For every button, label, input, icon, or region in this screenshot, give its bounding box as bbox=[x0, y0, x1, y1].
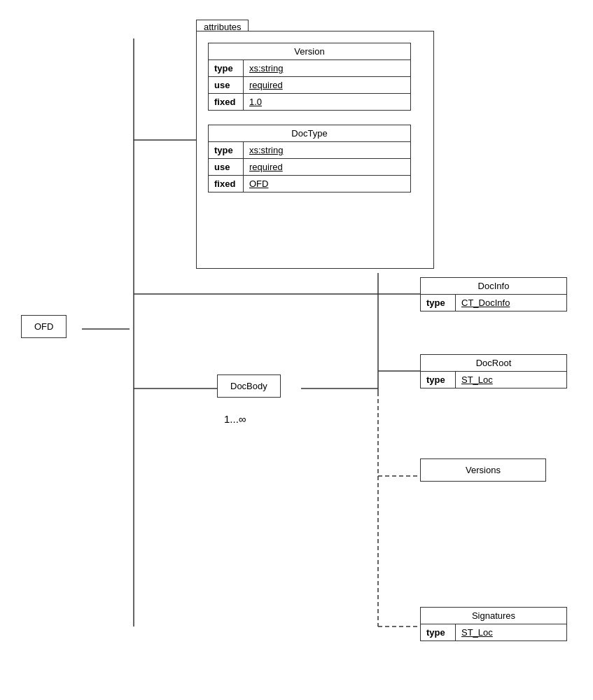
doctype-row-use: use required bbox=[209, 159, 410, 176]
doctype-fixed-value: OFD bbox=[244, 176, 300, 192]
version-row-use: use required bbox=[209, 77, 410, 94]
docroot-type-value: ST_Loc bbox=[456, 372, 512, 388]
signatures-type-label: type bbox=[421, 624, 456, 640]
version-box: Version type xs:string use required fixe… bbox=[208, 43, 411, 111]
docinfo-type-label: type bbox=[421, 295, 456, 311]
doctype-box: DocType type xs:string use required fixe… bbox=[208, 125, 411, 192]
version-use-value: required bbox=[244, 77, 300, 93]
docroot-box: DocRoot type ST_Loc bbox=[420, 354, 567, 388]
signatures-title: Signatures bbox=[421, 608, 566, 624]
version-type-value: xs:string bbox=[244, 60, 300, 76]
ofd-label: OFD bbox=[34, 321, 53, 332]
ofd-box: OFD bbox=[21, 315, 67, 338]
doctype-row-fixed: fixed OFD bbox=[209, 176, 410, 192]
doctype-type-label: type bbox=[209, 142, 244, 158]
version-type-label: type bbox=[209, 60, 244, 76]
docinfo-title: DocInfo bbox=[421, 278, 566, 295]
version-fixed-value: 1.0 bbox=[244, 94, 300, 110]
signatures-row-type: type ST_Loc bbox=[421, 624, 566, 640]
doctype-title: DocType bbox=[209, 125, 410, 142]
version-use-label: use bbox=[209, 77, 244, 93]
version-fixed-label: fixed bbox=[209, 94, 244, 110]
docinfo-box: DocInfo type CT_DocInfo bbox=[420, 277, 567, 312]
svg-rect-1 bbox=[130, 38, 138, 626]
docroot-row-type: type ST_Loc bbox=[421, 372, 566, 388]
docroot-type-label: type bbox=[421, 372, 456, 388]
versions-box: Versions bbox=[420, 458, 546, 482]
signatures-type-value: ST_Loc bbox=[456, 624, 512, 640]
versions-title: Versions bbox=[466, 465, 501, 475]
docinfo-row-type: type CT_DocInfo bbox=[421, 295, 566, 311]
infinity-label: 1...∞ bbox=[224, 413, 246, 425]
docinfo-type-value: CT_DocInfo bbox=[456, 295, 515, 311]
doctype-type-value: xs:string bbox=[244, 142, 300, 158]
doctype-fixed-label: fixed bbox=[209, 176, 244, 192]
version-row-fixed: fixed 1.0 bbox=[209, 94, 410, 110]
docbody-box: DocBody bbox=[217, 374, 281, 398]
diagram-container: OFD attributes Version type xs:string us… bbox=[0, 0, 593, 700]
doctype-use-value: required bbox=[244, 159, 300, 175]
version-title: Version bbox=[209, 43, 410, 60]
version-row-type: type xs:string bbox=[209, 60, 410, 77]
signatures-box: Signatures type ST_Loc bbox=[420, 607, 567, 641]
doctype-use-label: use bbox=[209, 159, 244, 175]
attributes-group-box: Version type xs:string use required fixe… bbox=[196, 31, 434, 269]
docroot-title: DocRoot bbox=[421, 355, 566, 372]
doctype-row-type: type xs:string bbox=[209, 142, 410, 159]
docbody-label: DocBody bbox=[230, 381, 267, 391]
